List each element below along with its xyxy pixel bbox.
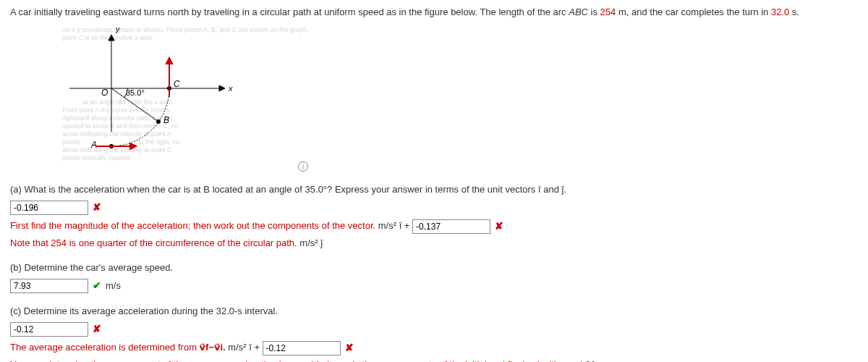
wrong-icon: ✘ — [495, 218, 503, 235]
correct-icon: ✔ — [93, 277, 101, 295]
part-b-unit: m/s — [106, 278, 121, 294]
label-c: C — [174, 79, 180, 89]
point-b — [156, 119, 161, 124]
part-c-question: (c) Determine its average acceleration d… — [10, 303, 858, 319]
arc-length: 254 — [600, 7, 616, 17]
origin-label: O — [101, 88, 108, 98]
part-c: (c) Determine its average acceleration d… — [10, 303, 858, 362]
part-c-feedback-2: You can determine the y component of the… — [10, 359, 569, 362]
velocity-c-arrow — [166, 58, 172, 64]
figure-alt-4b: rightward along a circular path, curves — [62, 114, 173, 122]
part-b-question: (b) Determine the car's average speed. — [10, 260, 858, 276]
wrong-icon: ✘ — [93, 321, 101, 338]
figure-alt-4a: From point A the curve initially moves — [62, 106, 170, 114]
x-axis-label: x — [228, 84, 233, 93]
part-a-input-i[interactable] — [10, 201, 88, 215]
part-c-feedback-1: The average acceleration is determined f… — [10, 342, 200, 353]
figure-alt-4f: to the right. An — [138, 138, 180, 146]
part-a: (a) What is the acceleration when the ca… — [10, 182, 858, 251]
part-a-unit-j: m/s² ĵ — [299, 237, 323, 248]
figure-alt-4c: upward to cross B and then meets C. An — [62, 122, 179, 130]
part-c-vec: v⃗f−v⃗i. — [200, 342, 226, 353]
wrong-icon: ✘ — [345, 340, 354, 357]
part-a-feedback-2: Note that 254 is one quarter of the circ… — [10, 237, 297, 248]
label-a: A — [90, 140, 97, 150]
part-c-unit-i: m/s² î + — [228, 342, 262, 353]
figure-svg: An x y coordinate system is shown. Three… — [62, 23, 308, 161]
turn-time: 32.0 — [771, 7, 789, 17]
figure-alt-4d: arrow indicating the velocity at point A — [62, 130, 171, 138]
figure-alt-1: An x y coordinate system is shown. Three… — [62, 26, 308, 33]
figure-alt-2: point C is on the positive x-axis, — [62, 34, 154, 41]
part-b-input[interactable] — [10, 279, 88, 293]
figure: An x y coordinate system is shown. Three… — [62, 23, 858, 172]
figure-info-icon[interactable]: i — [298, 161, 308, 172]
part-b: (b) Determine the car's average speed. ✔… — [10, 260, 858, 295]
problem-statement: A car initially traveling eastward turns… — [10, 6, 858, 19]
figure-alt-6: points vertically upward. — [62, 154, 132, 161]
problem-text-b: is — [588, 7, 600, 17]
figure-alt-3a: at an angle of — [82, 98, 122, 106]
problem-text-c: m, and the car completes the turn in — [616, 7, 771, 17]
problem-text-d: s. — [789, 7, 799, 17]
part-a-unit-i: m/s² î + — [378, 220, 412, 231]
part-a-feedback-1: First find the magnitude of the accelera… — [10, 220, 375, 231]
part-c-unit-j: m/s² ĵ — [571, 359, 595, 362]
x-axis-arrow — [219, 85, 225, 91]
part-a-question: (a) What is the acceleration when the ca… — [10, 182, 858, 198]
part-a-input-j[interactable] — [412, 219, 490, 234]
figure-alt-4e: points — [62, 138, 80, 146]
label-b: B — [163, 115, 169, 125]
part-c-input-j[interactable] — [263, 341, 341, 355]
problem-text-a: A car initially traveling eastward turns… — [10, 7, 569, 17]
figure-alt-5: arrow indicating the velocity at point C — [62, 146, 172, 153]
part-c-input-i[interactable] — [10, 322, 88, 337]
arc-name: ABC — [569, 7, 588, 17]
angle-label: 35.0° — [126, 88, 145, 97]
wrong-icon: ✘ — [93, 199, 101, 216]
